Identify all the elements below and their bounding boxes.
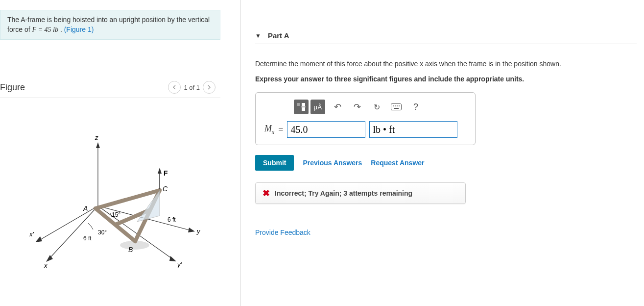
- units-tool-icon[interactable]: μÅ: [310, 100, 325, 114]
- angle-30-label: 30°: [98, 229, 107, 236]
- svg-rect-18: [297, 103, 300, 106]
- svg-point-24: [395, 105, 396, 106]
- svg-marker-17: [158, 168, 162, 174]
- angle-15-label: 15°: [112, 211, 120, 218]
- incorrect-icon: ✖: [262, 188, 270, 199]
- figure-image: z y x' x y': [0, 108, 220, 276]
- svg-point-23: [393, 105, 394, 106]
- undo-icon[interactable]: ↶: [330, 100, 345, 114]
- svg-marker-3: [188, 228, 195, 232]
- len-6ft-right: 6 ft: [167, 216, 176, 223]
- answer-variable: Mx: [264, 124, 274, 136]
- point-b-label: B: [128, 246, 133, 254]
- point-c-label: C: [163, 185, 168, 193]
- request-answer-link[interactable]: Request Answer: [371, 159, 424, 167]
- axis-z-label: z: [95, 134, 98, 141]
- help-icon[interactable]: ?: [408, 100, 423, 114]
- point-a-label: A: [83, 204, 88, 212]
- previous-answers-link[interactable]: Previous Answers: [303, 159, 362, 167]
- force-label: F: [164, 169, 168, 177]
- svg-marker-9: [169, 256, 176, 261]
- figure-header: Figure 1 of 1: [0, 79, 220, 98]
- svg-point-25: [397, 105, 398, 106]
- svg-rect-19: [302, 103, 305, 106]
- problem-text-after: .: [58, 26, 64, 33]
- answer-area: μÅ ↶ ↷ ↻ ? Mx =: [255, 92, 476, 145]
- figure-link[interactable]: (Figure 1): [64, 26, 94, 33]
- reset-icon[interactable]: ↻: [369, 100, 384, 114]
- redo-icon[interactable]: ↷: [350, 100, 364, 114]
- problem-statement: The A-frame is being hoisted into an upr…: [0, 10, 220, 40]
- answer-toolbar: μÅ ↶ ↷ ↻ ?: [264, 100, 466, 114]
- axis-y-label: y: [196, 228, 201, 235]
- part-title: Part A: [268, 31, 289, 40]
- axis-xp-label: x': [29, 230, 34, 238]
- axis-yp-label: y': [177, 261, 182, 268]
- svg-line-8: [98, 206, 172, 259]
- answer-value-input[interactable]: [287, 121, 365, 138]
- force-variable: F: [32, 26, 37, 33]
- force-value: = 45 lb: [36, 26, 58, 33]
- len-6ft-left: 6 ft: [83, 235, 92, 242]
- svg-line-6: [49, 206, 98, 259]
- submit-button[interactable]: Submit: [255, 155, 294, 171]
- figure-title: Figure: [0, 82, 25, 93]
- figure-prev-button[interactable]: [168, 81, 181, 94]
- action-row: Submit Previous Answers Request Answer: [255, 155, 637, 171]
- feedback-text: Incorrect; Try Again; 3 attempts remaini…: [275, 189, 412, 197]
- svg-rect-27: [394, 108, 399, 109]
- figure-nav-label: 1 of 1: [184, 84, 200, 91]
- part-instruction-bold: Express your answer to three significant…: [255, 74, 637, 84]
- figure-next-button[interactable]: [203, 81, 215, 94]
- axis-x-label: x: [44, 262, 48, 269]
- svg-marker-1: [96, 142, 100, 148]
- svg-rect-22: [391, 104, 402, 110]
- provide-feedback-link[interactable]: Provide Feedback: [255, 229, 637, 236]
- svg-marker-5: [35, 236, 42, 242]
- part-instruction: Determine the moment of this force about…: [255, 59, 637, 69]
- part-header[interactable]: ▼ Part A: [255, 29, 637, 44]
- equals-sign: =: [278, 125, 283, 135]
- fraction-tool-icon[interactable]: [294, 100, 309, 114]
- answer-units-input[interactable]: [369, 121, 457, 138]
- svg-point-26: [399, 105, 400, 106]
- feedback-box: ✖ Incorrect; Try Again; 3 attempts remai…: [255, 182, 466, 204]
- svg-rect-20: [302, 107, 305, 111]
- keyboard-icon[interactable]: [389, 100, 404, 114]
- collapse-icon: ▼: [255, 32, 261, 39]
